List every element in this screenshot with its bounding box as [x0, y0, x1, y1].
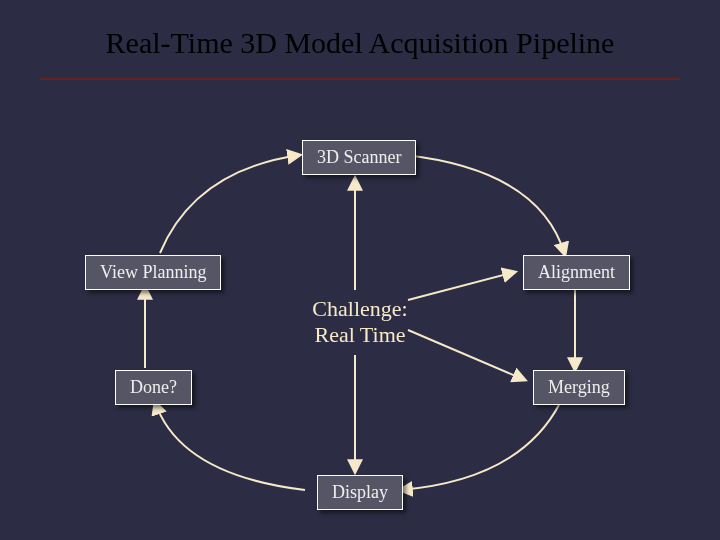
- slide-title: Real-Time 3D Model Acquisition Pipeline: [0, 26, 720, 60]
- center-line1: Challenge:: [312, 296, 407, 321]
- slide: Real-Time 3D Model Acquisition Pipeline: [0, 0, 720, 540]
- node-display: Display: [317, 475, 403, 510]
- node-scanner: 3D Scanner: [302, 140, 416, 175]
- node-view-planning: View Planning: [85, 255, 221, 290]
- center-line2: Real Time: [314, 322, 405, 347]
- svg-line-3: [408, 272, 515, 300]
- svg-line-4: [408, 330, 525, 380]
- title-underline: [40, 78, 680, 80]
- node-merging: Merging: [533, 370, 625, 405]
- center-label: Challenge: Real Time: [300, 296, 420, 349]
- node-alignment: Alignment: [523, 255, 630, 290]
- node-done: Done?: [115, 370, 192, 405]
